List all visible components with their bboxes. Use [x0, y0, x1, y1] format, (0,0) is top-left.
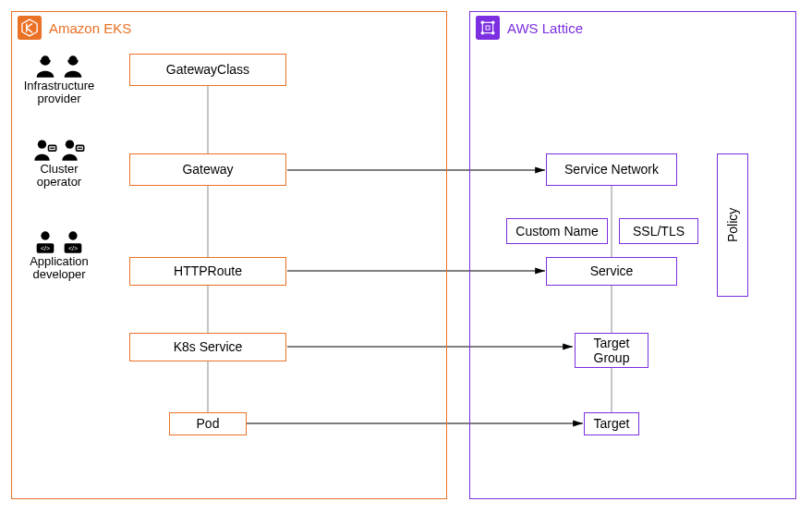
node-gatewayclass: GatewayClass: [129, 54, 286, 86]
node-policy: Policy: [717, 153, 748, 297]
role-appdev-label: Application developer: [13, 255, 105, 282]
operator-icon: [32, 137, 58, 163]
operator-icon: [60, 137, 86, 163]
svg-point-18: [491, 31, 495, 35]
node-service: Service: [546, 257, 677, 286]
node-custom-name: Custom Name: [506, 218, 608, 244]
node-target-group: Target Group: [575, 333, 648, 368]
eks-title: Amazon EKS: [49, 20, 131, 36]
lattice-title: AWS Lattice: [507, 20, 583, 36]
node-k8s-service: K8s Service: [129, 333, 286, 361]
role-cluster: Cluster operator: [13, 137, 105, 190]
worker-icon: [60, 54, 86, 80]
role-infra: Infrastructure provider: [13, 54, 105, 106]
eks-header: Amazon EKS: [12, 12, 131, 43]
svg-text:</>: </>: [41, 245, 50, 251]
node-ssl-tls: SSL/TLS: [619, 218, 698, 244]
node-httproute: HTTPRoute: [129, 257, 286, 286]
svg-text:</>: </>: [68, 245, 78, 251]
svg-point-17: [481, 31, 485, 35]
svg-point-16: [491, 21, 495, 25]
svg-point-15: [481, 21, 485, 25]
node-pod: Pod: [169, 412, 247, 435]
node-target: Target: [584, 412, 639, 435]
worker-icon: [32, 54, 58, 80]
svg-point-29: [68, 231, 77, 239]
svg-point-23: [66, 141, 74, 149]
svg-point-20: [38, 141, 46, 149]
role-infra-label: Infrastructure provider: [13, 80, 105, 106]
eks-icon: [18, 16, 42, 40]
developer-icon: </>: [32, 229, 58, 255]
role-cluster-label: Cluster operator: [13, 163, 105, 190]
node-gateway: Gateway: [129, 153, 286, 186]
developer-icon: </>: [60, 229, 86, 255]
svg-rect-13: [476, 16, 500, 40]
lattice-icon: [476, 16, 500, 40]
node-service-network: Service Network: [546, 153, 677, 186]
role-appdev: </> </> Application developer: [13, 229, 105, 282]
lattice-header: AWS Lattice: [470, 12, 583, 43]
svg-point-26: [41, 231, 49, 239]
